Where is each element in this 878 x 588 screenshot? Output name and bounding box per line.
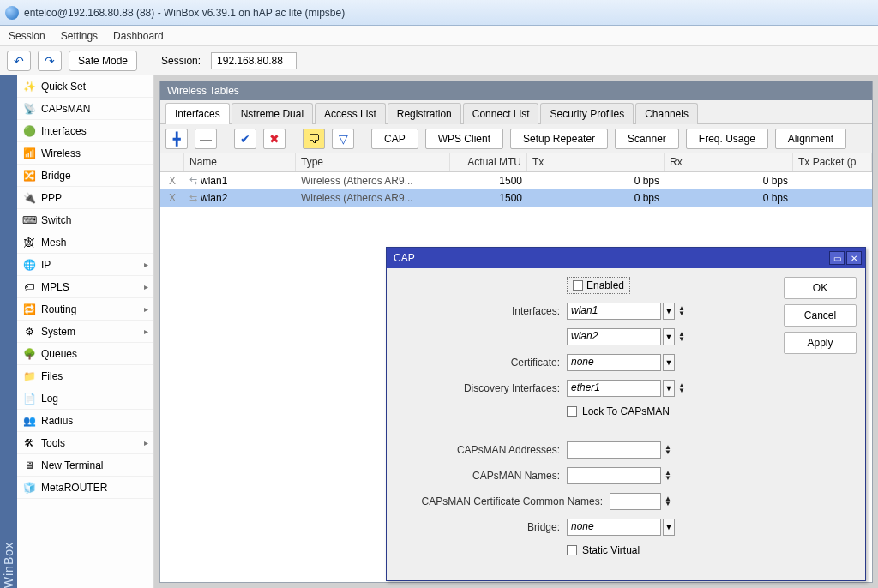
sidebar-item-capsman[interactable]: 📡 CAPsMAN [17,98,153,120]
nav-label: MetaROUTER [41,482,107,494]
tab-connect-list[interactable]: Connect List [463,103,539,124]
disable-button[interactable]: ✖ [263,129,286,149]
sidebar-item-bridge[interactable]: 🔀 Bridge [17,165,153,187]
sidebar-item-ip[interactable]: 🌐 IP ▸ [17,254,153,276]
tab-interfaces[interactable]: Interfaces [165,103,230,124]
filter-button[interactable]: ▽ [332,129,354,149]
col-name[interactable]: Name [184,153,296,171]
add-button[interactable]: ╋ [165,129,188,149]
sidebar-item-wireless[interactable]: 📶 Wireless [17,142,153,165]
sidebar-item-routing[interactable]: 🔁 Routing ▸ [17,298,153,321]
dialog-close-icon[interactable]: ✕ [846,251,862,265]
nav-icon: 👥 [22,414,36,428]
col-type[interactable]: Type [296,153,450,171]
sidebar-item-mesh[interactable]: 🕸 Mesh [17,231,153,254]
table-row[interactable]: X wlan2 Wireless (Atheros AR9... 1500 0 … [160,189,872,207]
redo-button[interactable] [38,51,62,71]
freq-button[interactable]: Freq. Usage [686,129,768,149]
sidebar-item-log[interactable]: 📄 Log [17,387,153,410]
nav-icon: ⌨ [22,213,36,227]
repeater-button[interactable]: Setup Repeater [510,129,608,149]
nav-label: Files [41,370,63,382]
chevron-right-icon: ▸ [144,304,148,314]
main-toolbar: Safe Mode Session: 192.168.80.88 [0,46,878,75]
chevron-right-icon: ▸ [144,260,148,269]
static-virtual-checkbox[interactable]: Static Virtual [567,544,640,556]
nav-icon: 🟢 [22,124,36,138]
sidebar: ✨ Quick Set 📡 CAPsMAN 🟢 Interfaces 📶 Wir… [17,75,154,588]
tab-security-profiles[interactable]: Security Profiles [540,103,634,124]
cap-button[interactable]: CAP [371,129,418,149]
tab-nstreme-dual[interactable]: Nstreme Dual [232,103,313,124]
dialog-titlebar[interactable]: CAP ▭ ✕ [387,248,865,268]
interfaces-input-1[interactable]: wlan1 [567,303,661,320]
certificate-input[interactable]: none [567,354,661,371]
bridge-dd-icon[interactable]: ▼ [663,519,675,536]
undo-button[interactable] [7,51,31,71]
cm-cert-spin-icon[interactable]: ▲▼ [665,496,671,507]
align-button[interactable]: Alignment [775,129,846,149]
sidebar-item-tools[interactable]: 🛠 Tools ▸ [17,432,153,454]
cm-names-spin-icon[interactable]: ▲▼ [665,471,671,481]
tab-access-list[interactable]: Access List [315,103,386,124]
tab-registration[interactable]: Registration [388,103,461,124]
menubar: Session Settings Dashboard [0,26,878,46]
nav-label: New Terminal [41,459,103,471]
enabled-checkbox[interactable]: Enabled [567,277,630,294]
apply-button[interactable]: Apply [784,332,857,354]
sidebar-item-system[interactable]: ⚙ System ▸ [17,321,153,343]
table-row[interactable]: X wlan1 Wireless (Atheros AR9... 1500 0 … [160,172,872,189]
cancel-button[interactable]: Cancel [784,304,857,327]
lock-checkbox[interactable]: Lock To CAPsMAN [567,405,670,417]
sidebar-item-files[interactable]: 📁 Files [17,365,153,387]
bridge-input[interactable]: none [567,519,661,536]
sidebar-item-ppp[interactable]: 🔌 PPP [17,187,153,209]
wps-button[interactable]: WPS Client [425,129,503,149]
capsman-addresses-input[interactable] [567,441,661,459]
discovery-dd-icon[interactable]: ▼ [663,380,675,397]
capsman-names-input[interactable] [567,467,661,484]
cm-addr-spin-icon[interactable]: ▲▼ [665,445,671,455]
col-mark[interactable] [160,153,184,171]
certificate-dd-icon[interactable]: ▼ [663,354,675,371]
col-tx[interactable]: Tx [527,153,665,171]
sidebar-item-switch[interactable]: ⌨ Switch [17,209,153,231]
sidebar-item-interfaces[interactable]: 🟢 Interfaces [17,120,153,142]
nav-label: Queues [41,348,77,360]
sidebar-item-quick-set[interactable]: ✨ Quick Set [17,75,153,98]
menu-session[interactable]: Session [9,30,45,42]
nav-label: Interfaces [41,125,87,137]
discovery-input[interactable]: ether1 [567,380,661,397]
menu-settings[interactable]: Settings [61,30,98,42]
tab-channels[interactable]: Channels [635,103,698,124]
interfaces-1-spin-icon[interactable]: ▲▼ [678,306,685,316]
interfaces-input-2[interactable]: wlan2 [567,328,661,345]
ok-button[interactable]: OK [784,277,857,299]
nav-label: Radius [41,415,73,427]
interfaces-2-spin-icon[interactable]: ▲▼ [678,332,685,342]
enable-button[interactable]: ✔ [234,129,256,149]
discovery-label: Discovery Interfaces: [395,382,567,394]
dialog-min-icon[interactable]: ▭ [829,251,845,265]
sidebar-item-new-terminal[interactable]: 🖥 New Terminal [17,454,153,477]
sidebar-item-metarouter[interactable]: 🧊 MetaROUTER [17,477,153,499]
nav-icon: ⚙ [22,325,36,339]
sidebar-item-radius[interactable]: 👥 Radius [17,410,153,432]
discovery-spin-icon[interactable]: ▲▼ [678,383,685,393]
remove-button[interactable]: — [195,129,217,149]
col-mtu[interactable]: Actual MTU [450,153,527,171]
nav-icon: 📁 [22,369,36,383]
sidebar-item-mpls[interactable]: 🏷 MPLS ▸ [17,276,153,298]
scanner-button[interactable]: Scanner [615,129,679,149]
safe-mode-button[interactable]: Safe Mode [69,51,137,71]
interfaces-1-dd-icon[interactable]: ▼ [663,303,675,320]
comment-button[interactable]: 🗨 [303,129,325,149]
menu-dashboard[interactable]: Dashboard [113,30,164,42]
sidebar-item-queues[interactable]: 🌳 Queues [17,343,153,365]
session-label: Session: [161,55,201,67]
table-header: Name Type Actual MTU Tx Rx Tx Packet (p [160,153,872,172]
capsman-cert-input[interactable] [610,493,661,510]
col-rx[interactable]: Rx [665,153,793,171]
interfaces-2-dd-icon[interactable]: ▼ [663,328,675,345]
col-txp[interactable]: Tx Packet (p [793,153,872,171]
